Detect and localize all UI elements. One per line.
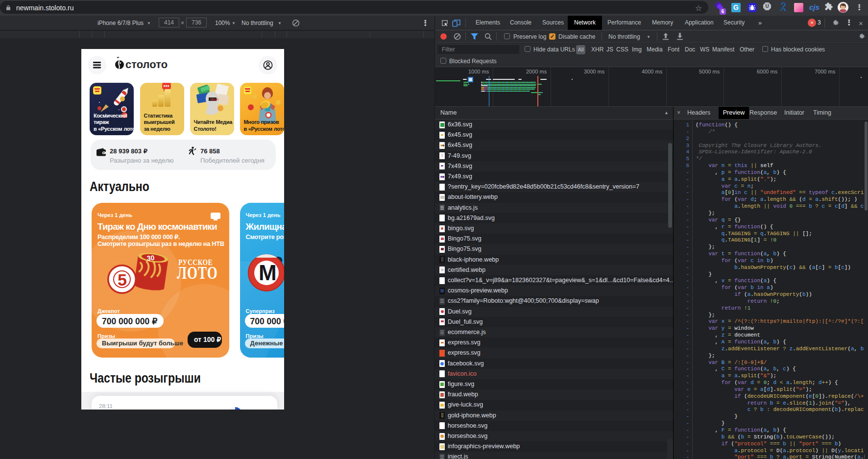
svg-text:М: М — [259, 261, 277, 285]
svg-text:5: 5 — [118, 270, 127, 289]
svg-text:CELLO: CELLO — [210, 98, 218, 101]
